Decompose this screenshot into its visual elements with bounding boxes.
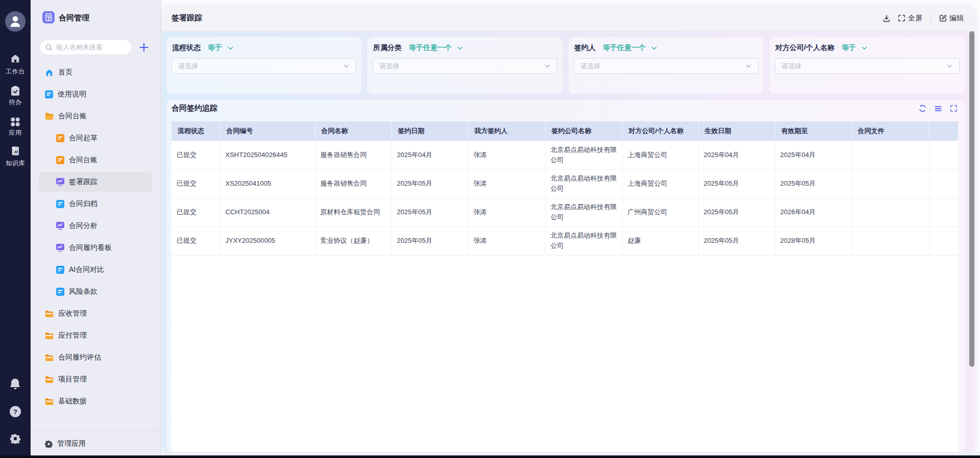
svg-text:?: ? (13, 408, 17, 416)
svg-text:AI: AI (14, 149, 18, 154)
